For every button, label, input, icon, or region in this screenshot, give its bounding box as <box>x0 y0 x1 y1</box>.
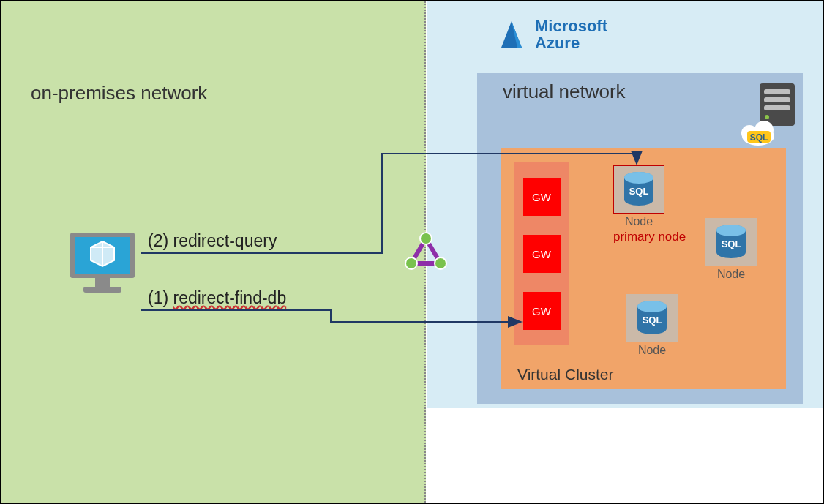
sql-server-cloud-icon: SQL <box>741 82 799 154</box>
sql-node-2-box: SQL <box>705 218 757 266</box>
sql-node-2: SQL Node <box>705 218 757 281</box>
on-premises-label: on-premises network <box>31 82 207 105</box>
diagram-canvas: on-premises network Microsoft Azure virt… <box>0 0 824 504</box>
svg-rect-3 <box>764 105 790 110</box>
sql-node-primary: SQL Node primary node <box>613 165 664 244</box>
sql-database-icon: SQL <box>622 171 656 208</box>
gateway-1: GW <box>523 178 561 216</box>
sql-node-2-caption: Node <box>705 268 757 281</box>
svg-point-14 <box>716 225 746 236</box>
svg-point-11 <box>624 172 653 184</box>
client-computer-icon <box>66 228 139 301</box>
azure-logo-line1: Microsoft <box>535 18 607 34</box>
svg-rect-2 <box>764 97 790 102</box>
svg-rect-1 <box>764 89 790 94</box>
gateway-3: GW <box>523 292 561 330</box>
azure-logo-line2: Azure <box>535 34 607 51</box>
gateway-column: GW GW GW <box>514 162 569 345</box>
redirect-query-label: (2) redirect-query <box>148 231 277 251</box>
svg-text:SQL: SQL <box>750 132 768 143</box>
virtual-cluster-label: Virtual Cluster <box>517 366 614 383</box>
svg-point-17 <box>637 301 667 312</box>
azure-icon <box>495 20 528 49</box>
redirect-find-db-text: redirect-find-db <box>173 288 287 307</box>
redirect-find-db-prefix: (1) <box>148 288 173 307</box>
sql-node-primary-caption: Node <box>613 215 664 228</box>
redirect-find-db-label: (1) redirect-find-db <box>148 288 286 308</box>
on-premises-network-region <box>1 1 426 503</box>
gateway-2: GW <box>523 235 561 273</box>
svg-rect-25 <box>83 287 121 293</box>
sql-node-3: SQL Node <box>626 294 678 357</box>
primary-node-label: primary node <box>613 230 664 244</box>
svg-text:SQL: SQL <box>629 186 649 197</box>
sql-database-icon: SQL <box>635 300 669 336</box>
sql-database-icon: SQL <box>714 224 748 260</box>
sql-node-3-caption: Node <box>626 344 678 357</box>
virtual-network-label: virtual network <box>503 80 626 103</box>
svg-rect-24 <box>95 278 110 287</box>
svg-text:SQL: SQL <box>643 315 662 326</box>
azure-logo: Microsoft Azure <box>495 18 607 51</box>
svg-point-4 <box>765 115 769 119</box>
sql-node-primary-box: SQL <box>613 165 664 214</box>
sql-node-3-box: SQL <box>626 294 678 342</box>
svg-text:SQL: SQL <box>722 238 741 249</box>
